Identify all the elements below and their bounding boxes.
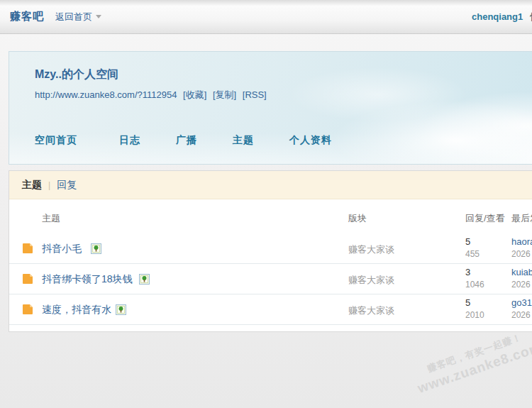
watermark-slogan: 赚客吧，有奖一起赚！ bbox=[409, 325, 532, 381]
site-watermark: 赚客吧，有奖一起赚！ www.zuanke8.com bbox=[409, 325, 532, 397]
folder-icon bbox=[22, 243, 33, 254]
view-count: 1046 bbox=[465, 280, 484, 290]
last-poster-link[interactable]: haora bbox=[511, 236, 532, 247]
thread-title-link[interactable]: 抖音小毛 bbox=[42, 243, 82, 255]
last-poster-link[interactable]: go31 bbox=[511, 297, 532, 308]
nav-item-home[interactable]: 空间首页 bbox=[35, 134, 77, 147]
back-home-link[interactable]: 返回首页 bbox=[55, 11, 92, 23]
view-count: 455 bbox=[465, 249, 480, 259]
nav-item-profile[interactable]: 个人资料 bbox=[289, 134, 332, 147]
table-header-row: 主题 版块 回复/查看 最后发表 bbox=[9, 199, 532, 233]
header-title: 主题 bbox=[42, 212, 60, 225]
chevron-down-icon[interactable] bbox=[96, 15, 101, 18]
header-forum: 版块 bbox=[348, 212, 367, 225]
space-url-line: http://www.zuanke8.com/?1112954 [收藏] [复制… bbox=[35, 89, 267, 101]
header-replies-views: 回复/查看 bbox=[465, 212, 505, 225]
threads-table: 主题 版块 回复/查看 最后发表 抖音小毛 赚客大家谈 5 455 haora … bbox=[9, 199, 532, 325]
nav-item-blog[interactable]: 日志 bbox=[119, 134, 140, 147]
profile-header-panel: Mzy..的个人空间 http://www.zuanke8.com/?11129… bbox=[9, 51, 532, 165]
header-last-post: 最后发表 bbox=[511, 212, 532, 225]
nav-item-threads[interactable]: 主题 bbox=[233, 134, 254, 147]
copy-link[interactable]: [复制] bbox=[213, 89, 236, 100]
last-post-date: 2026 bbox=[511, 310, 531, 320]
threads-tab-bar: 主题 | 回复 bbox=[9, 171, 532, 199]
table-row: 抖音小毛 赚客大家谈 5 455 haora 2026 bbox=[9, 233, 532, 264]
image-attachment-icon[interactable] bbox=[91, 243, 101, 254]
last-poster-link[interactable]: kuiab bbox=[511, 267, 532, 277]
reply-count: 5 bbox=[465, 236, 470, 247]
last-post-date: 2026 bbox=[511, 249, 531, 259]
space-url: http://www.zuanke8.com/?1112954 bbox=[35, 89, 177, 100]
table-row: 速度，抖音有水 赚客大家谈 5 2010 go31 2026 bbox=[9, 294, 532, 325]
rss-link[interactable]: [RSS] bbox=[243, 89, 267, 100]
reply-count: 5 bbox=[465, 297, 470, 308]
tab-replies[interactable]: 回复 bbox=[57, 179, 77, 192]
thread-title-link[interactable]: 抖音绑卡领了18块钱 bbox=[42, 273, 133, 286]
folder-icon bbox=[22, 304, 33, 315]
nav-item-broadcast[interactable]: 广播 bbox=[176, 134, 197, 147]
tab-separator: | bbox=[48, 180, 50, 190]
thread-title-link[interactable]: 速度，抖音有水 bbox=[42, 304, 111, 316]
threads-panel: 主题 | 回复 主题 版块 回复/查看 最后发表 抖音小毛 赚客大家谈 5 bbox=[9, 170, 532, 332]
view-count: 2010 bbox=[465, 310, 484, 320]
username-link[interactable]: chenqiang1 bbox=[472, 11, 523, 22]
space-nav: 空间首页 日志 广播 主题 个人资料 bbox=[35, 134, 367, 147]
favorite-link[interactable]: [收藏] bbox=[183, 89, 206, 100]
forum-link[interactable]: 赚客大家谈 bbox=[348, 304, 394, 317]
watermark-url: www.zuanke8.com bbox=[414, 338, 532, 397]
forum-link[interactable]: 赚客大家谈 bbox=[348, 274, 394, 287]
last-post-date: 2026 bbox=[511, 280, 531, 290]
folder-icon bbox=[22, 273, 33, 285]
reply-count: 3 bbox=[465, 267, 470, 277]
image-attachment-icon[interactable] bbox=[139, 274, 150, 285]
image-attachment-icon[interactable] bbox=[116, 304, 126, 315]
space-title: Mzy..的个人空间 bbox=[35, 67, 118, 82]
top-bar: 赚客吧 返回首页 chenqiang1 快 bbox=[0, 0, 532, 34]
site-logo[interactable]: 赚客吧 bbox=[10, 10, 44, 23]
table-row: 抖音绑卡领了18块钱 赚客大家谈 3 1046 kuiab 2026 bbox=[9, 264, 532, 294]
tab-threads[interactable]: 主题 bbox=[22, 179, 42, 192]
forum-link[interactable]: 赚客大家谈 bbox=[348, 243, 394, 256]
